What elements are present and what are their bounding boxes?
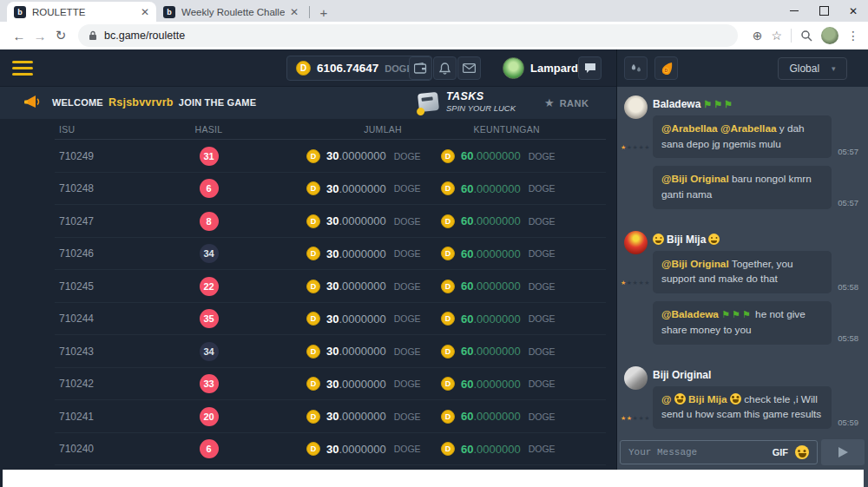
chat-username[interactable]: Biji Original (653, 369, 858, 381)
user-mention[interactable]: @Arabellaa (661, 122, 718, 135)
close-tab-icon[interactable]: ✕ (290, 7, 299, 17)
send-message-button[interactable] (821, 439, 865, 465)
doge-coin-icon: D (441, 149, 455, 163)
svg-text:D: D (664, 68, 667, 73)
bet-amount: D 30.0000000 DOGE (263, 345, 441, 359)
zoom-page-icon[interactable]: ⊕ (753, 29, 763, 43)
forward-icon[interactable]: → (30, 29, 50, 43)
chat-panel: D Global ▾ ★★★★★ Baladewa ⚑⚑⚑ @Arabellaa… (616, 49, 868, 487)
hamburger-menu-icon[interactable] (12, 61, 33, 78)
back-icon[interactable]: ← (9, 29, 30, 43)
table-row[interactable]: 710247 8 D 30.0000000 DOGE D 60.0000000 … (0, 205, 616, 238)
result-badge: 20 (200, 407, 219, 426)
doge-coin-icon: D (441, 247, 455, 260)
chat-room-name: Global (789, 63, 819, 75)
profit-frac: .0000000 (473, 443, 520, 456)
messages-button[interactable] (457, 56, 481, 80)
message-input[interactable] (628, 447, 766, 457)
address-bar[interactable]: bc.game/roulette (78, 24, 738, 47)
bookmark-star-icon[interactable]: ☆ (771, 29, 782, 43)
bet-frac: .0000000 (339, 182, 385, 195)
rain-button[interactable] (624, 56, 648, 80)
chat-avatar[interactable] (624, 366, 648, 390)
chat-avatar[interactable] (624, 95, 648, 119)
bet-amount: D 30.0000000 DOGE (263, 280, 441, 293)
browser-toolbar: ← → ↻ bc.game/roulette ⊕ ☆ ⋮ (0, 22, 868, 49)
browser-profile-avatar[interactable] (821, 27, 838, 44)
minimize-button[interactable] (779, 0, 809, 22)
reload-icon[interactable]: ↻ (50, 28, 71, 43)
profit-frac: .0000000 (473, 247, 520, 260)
tab-weekly-challenge[interactable]: b Weekly Roulette Challenge - Wi ✕ (156, 2, 306, 22)
doge-coin-icon: D (296, 61, 311, 76)
emoji-picker-icon[interactable] (795, 445, 809, 459)
table-row[interactable]: 710242 33 D 30.0000000 DOGE D 60.0000000… (0, 368, 616, 401)
user-mention[interactable]: @ (661, 393, 672, 405)
user-mention[interactable]: @Baladewa (661, 308, 719, 320)
tab-roulette[interactable]: b ROULETTE ✕ (7, 2, 156, 22)
table-row[interactable]: 710241 20 D 30.0000000 DOGE D 60.0000000… (0, 400, 616, 433)
profit-amount: D 60.0000000 DOGE (441, 345, 571, 359)
table-row[interactable]: 710243 34 D 30.0000000 DOGE D 60.0000000… (0, 335, 616, 368)
message-text: Baladewa (653, 98, 700, 110)
result-badge: 6 (200, 179, 219, 198)
profit-frac: .0000000 (473, 410, 520, 423)
chat-messages[interactable]: ★★★★★ Baladewa ⚑⚑⚑ @Arabellaa @Arabellaa… (617, 87, 868, 440)
table-row[interactable]: 710240 6 D 30.0000000 DOGE D 60.0000000 … (0, 433, 616, 466)
bet-frac: .0000000 (339, 378, 385, 391)
user-mention[interactable]: @Arabellaa (720, 122, 777, 135)
table-row[interactable]: 710249 31 D 30.0000000 DOGE D 60.0000000… (0, 140, 616, 173)
wallet-icon (414, 63, 427, 74)
profit-currency: DOGE (529, 248, 556, 259)
chat-bubble: @Baladewa ⚑⚑⚑ he not give share money to… (653, 301, 832, 344)
notifications-button[interactable] (433, 56, 457, 80)
welcome-message: WELCOME Rsjsbvvrvrb JOIN THE GAME (52, 96, 256, 109)
gif-button[interactable]: GIF (773, 447, 788, 457)
close-window-button[interactable]: ✕ (838, 0, 868, 22)
maximize-button[interactable] (809, 0, 838, 22)
chat-username[interactable]: Baladewa ⚑⚑⚑ (653, 98, 858, 110)
doge-coin-icon: D (306, 410, 320, 424)
new-tab-button[interactable]: + (313, 3, 334, 21)
search-extension-icon[interactable] (800, 30, 812, 42)
table-row[interactable]: 710246 34 D 30.0000000 DOGE D 60.0000000… (0, 238, 616, 271)
chat-room-selector[interactable]: Global ▾ (778, 57, 847, 80)
doge-coin-icon: D (306, 214, 320, 228)
chat-username[interactable]: Biji Mija (653, 234, 858, 246)
doge-coin-icon: D (441, 312, 455, 326)
coin-drop-button[interactable]: D (654, 56, 678, 80)
send-arrow-icon (838, 447, 848, 457)
user-mention[interactable]: Biji Mija (688, 393, 727, 405)
table-row[interactable]: 710248 6 D 30.0000000 DOGE D 60.0000000 … (0, 173, 616, 206)
table-row[interactable]: 710245 22 D 30.0000000 DOGE D 60.0000000… (0, 270, 616, 303)
url-text: bc.game/roulette (104, 30, 185, 42)
account-menu[interactable]: Lampard ▾ (503, 57, 588, 79)
message-time: 05:58 (838, 282, 858, 293)
user-mention[interactable]: @Biji Original (661, 173, 729, 185)
profit-frac: .0000000 (473, 378, 520, 391)
bet-int: 30 (326, 313, 339, 326)
profit-currency: DOGE (529, 216, 556, 227)
star-icon: ★ (544, 96, 555, 109)
wallet-button[interactable] (409, 56, 432, 80)
chat-message: @Baladewa ⚑⚑⚑ he not give share money to… (653, 301, 858, 344)
rank-widget[interactable]: ★ RANK (544, 96, 589, 109)
tasks-widget[interactable]: TASKS SPIN YOUR LUCK (418, 90, 516, 113)
doge-coin-icon: D (441, 442, 455, 456)
profit-amount: D 60.0000000 DOGE (441, 377, 571, 391)
site-header: D 6106.74647 DOGE ▾ (0, 49, 616, 87)
close-tab-icon[interactable]: ✕ (141, 7, 149, 17)
user-mention[interactable]: @Biji Original (661, 258, 729, 270)
message-input-box[interactable]: GIF (620, 440, 818, 464)
user-stars: ★★★★★ (621, 415, 650, 422)
chrome-menu-icon[interactable]: ⋮ (847, 29, 859, 43)
chat-toggle-button[interactable] (578, 56, 602, 80)
profit-currency: DOGE (529, 151, 556, 161)
profit-amount: D 60.0000000 DOGE (441, 247, 571, 260)
table-row[interactable]: 710244 35 D 30.0000000 DOGE D 60.0000000… (0, 303, 616, 336)
results-table: ISU HASIL JUMLAH KEUNTUNGAN 710249 31 D … (0, 119, 616, 487)
bet-amount: D 30.0000000 DOGE (263, 312, 441, 326)
profit-currency: DOGE (529, 281, 556, 292)
chat-avatar[interactable] (624, 231, 648, 254)
chat-message-group: ★★★★★ Baladewa ⚑⚑⚑ @Arabellaa @Arabellaa… (623, 95, 858, 217)
